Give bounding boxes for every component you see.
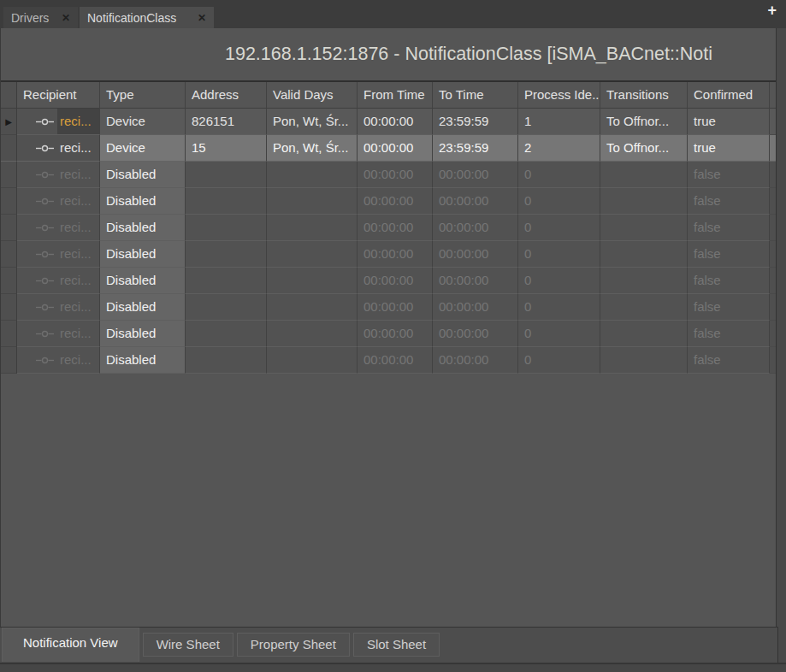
column-header-recipient[interactable]: Recipient bbox=[17, 82, 100, 109]
cell-type[interactable]: Device bbox=[100, 109, 186, 135]
table-row-disabled[interactable]: ▶ reci... Disabled 00:00:00 00:00:00 0 f… bbox=[1, 162, 776, 188]
cell-transitions[interactable]: To Offnor... bbox=[600, 109, 688, 135]
cell-type[interactable]: Disabled bbox=[100, 294, 186, 321]
cell-from-time[interactable]: 00:00:00 bbox=[358, 162, 433, 188]
cell-type[interactable]: Device bbox=[100, 135, 186, 162]
table-row-selected[interactable]: ▶ reci... Device 15 Pon, Wt, Śr... 00:00… bbox=[1, 135, 776, 162]
cell-transitions[interactable] bbox=[600, 294, 688, 321]
column-header-type[interactable]: Type bbox=[100, 82, 186, 109]
cell-valid-days[interactable] bbox=[267, 215, 358, 241]
cell-transitions[interactable] bbox=[600, 241, 688, 268]
cell-confirmed[interactable]: false bbox=[688, 294, 770, 321]
cell-transitions[interactable] bbox=[600, 347, 688, 374]
table-row-disabled[interactable]: ▶ reci... Disabled 00:00:00 00:00:00 0 f… bbox=[1, 188, 776, 215]
column-header-valid-days[interactable]: Valid Days bbox=[267, 82, 358, 109]
cell-type[interactable]: Disabled bbox=[100, 188, 186, 215]
table-row-disabled[interactable]: ▶ reci... Disabled 00:00:00 00:00:00 0 f… bbox=[1, 294, 776, 321]
row-header-cell[interactable]: ▶ bbox=[1, 294, 17, 321]
cell-transitions[interactable]: To Offnor... bbox=[600, 135, 688, 162]
cell-transitions[interactable] bbox=[600, 215, 688, 241]
row-header-cell[interactable]: ▶ bbox=[1, 135, 17, 162]
cell-recipient[interactable]: reci... bbox=[17, 162, 100, 188]
cell-recipient[interactable]: reci... bbox=[17, 135, 100, 162]
row-header-cell[interactable]: ▶ bbox=[1, 188, 17, 215]
add-tab-button[interactable]: + bbox=[767, 2, 777, 20]
cell-type[interactable]: Disabled bbox=[100, 321, 186, 347]
cell-recipient[interactable]: reci... bbox=[17, 188, 100, 215]
table-row-disabled[interactable]: ▶ reci... Disabled 00:00:00 00:00:00 0 f… bbox=[1, 268, 776, 294]
cell-recipient[interactable]: reci... bbox=[17, 268, 100, 294]
column-header-transitions[interactable]: Transitions bbox=[600, 82, 688, 109]
tab-property-sheet[interactable]: Property Sheet bbox=[237, 633, 350, 657]
column-header-from-time[interactable]: From Time bbox=[358, 82, 433, 109]
close-icon[interactable]: ✕ bbox=[198, 12, 206, 24]
table-row-disabled[interactable]: ▶ reci... Disabled 00:00:00 00:00:00 0 f… bbox=[1, 241, 776, 268]
tab-notification-view[interactable]: Notification View bbox=[2, 628, 139, 662]
cell-address[interactable] bbox=[186, 321, 267, 347]
cell-process-identifier[interactable]: 0 bbox=[518, 294, 600, 321]
cell-process-identifier[interactable]: 0 bbox=[518, 215, 600, 241]
row-header-cell[interactable]: ▶ bbox=[1, 321, 17, 347]
cell-recipient[interactable]: reci... bbox=[17, 241, 100, 268]
row-header-cell[interactable]: ▶ bbox=[1, 241, 17, 268]
cell-to-time[interactable]: 00:00:00 bbox=[433, 294, 518, 321]
cell-confirmed[interactable]: false bbox=[688, 241, 770, 268]
cell-confirmed[interactable]: false bbox=[688, 321, 770, 347]
cell-confirmed[interactable]: false bbox=[688, 188, 770, 215]
cell-to-time[interactable]: 00:00:00 bbox=[433, 268, 518, 294]
cell-from-time[interactable]: 00:00:00 bbox=[358, 241, 433, 268]
cell-process-identifier[interactable]: 0 bbox=[518, 321, 600, 347]
tab-slot-sheet[interactable]: Slot Sheet bbox=[353, 633, 440, 657]
cell-address[interactable]: 826151 bbox=[186, 109, 267, 135]
cell-to-time[interactable]: 00:00:00 bbox=[433, 215, 518, 241]
cell-process-identifier[interactable]: 0 bbox=[518, 162, 600, 188]
grid-corner-cell[interactable] bbox=[1, 82, 17, 109]
cell-recipient[interactable]: reci... bbox=[17, 215, 100, 241]
cell-valid-days[interactable] bbox=[267, 162, 358, 188]
cell-process-identifier[interactable]: 0 bbox=[518, 268, 600, 294]
cell-to-time[interactable]: 00:00:00 bbox=[433, 241, 518, 268]
cell-transitions[interactable] bbox=[600, 188, 688, 215]
cell-valid-days[interactable]: Pon, Wt, Śr... bbox=[267, 109, 358, 135]
tab-notificationclass[interactable]: NotificationClass ✕ bbox=[80, 7, 214, 28]
tab-drivers[interactable]: Drivers ✕ bbox=[3, 7, 78, 28]
cell-process-identifier[interactable]: 0 bbox=[518, 347, 600, 374]
cell-address[interactable] bbox=[186, 268, 267, 294]
table-row-disabled[interactable]: ▶ reci... Disabled 00:00:00 00:00:00 0 f… bbox=[1, 347, 776, 374]
cell-to-time[interactable]: 23:59:59 bbox=[433, 109, 518, 135]
cell-address[interactable] bbox=[186, 241, 267, 268]
cell-address[interactable]: 15 bbox=[186, 135, 267, 162]
cell-recipient[interactable]: reci... bbox=[17, 294, 100, 321]
cell-transitions[interactable] bbox=[600, 321, 688, 347]
cell-recipient[interactable]: reci... bbox=[17, 109, 100, 135]
cell-to-time[interactable]: 00:00:00 bbox=[433, 188, 518, 215]
cell-confirmed[interactable]: false bbox=[688, 347, 770, 374]
cell-type[interactable]: Disabled bbox=[100, 268, 186, 294]
column-header-address[interactable]: Address bbox=[186, 82, 267, 109]
cell-address[interactable] bbox=[186, 294, 267, 321]
table-row-current[interactable]: ▶ reci... Device 826151 Pon, Wt, Śr... 0… bbox=[1, 109, 776, 135]
row-header-cell[interactable]: ▶ bbox=[1, 215, 17, 241]
tab-wire-sheet[interactable]: Wire Sheet bbox=[143, 633, 233, 657]
cell-confirmed[interactable]: false bbox=[688, 215, 770, 241]
cell-transitions[interactable] bbox=[600, 268, 688, 294]
cell-type[interactable]: Disabled bbox=[100, 162, 186, 188]
cell-type[interactable]: Disabled bbox=[100, 215, 186, 241]
cell-valid-days[interactable]: Pon, Wt, Śr... bbox=[267, 135, 358, 162]
row-header-cell[interactable]: ▶ bbox=[1, 162, 17, 188]
cell-process-identifier[interactable]: 0 bbox=[518, 188, 600, 215]
cell-from-time[interactable]: 00:00:00 bbox=[358, 321, 433, 347]
cell-to-time[interactable]: 00:00:00 bbox=[433, 347, 518, 374]
cell-from-time[interactable]: 00:00:00 bbox=[358, 215, 433, 241]
column-header-confirmed[interactable]: Confirmed bbox=[688, 82, 770, 109]
cell-valid-days[interactable] bbox=[267, 321, 358, 347]
cell-confirmed[interactable]: false bbox=[688, 268, 770, 294]
column-header-to-time[interactable]: To Time bbox=[433, 82, 518, 109]
cell-from-time[interactable]: 00:00:00 bbox=[358, 347, 433, 374]
cell-valid-days[interactable] bbox=[267, 241, 358, 268]
cell-to-time[interactable]: 23:59:59 bbox=[433, 135, 518, 162]
cell-address[interactable] bbox=[186, 162, 267, 188]
cell-address[interactable] bbox=[186, 188, 267, 215]
row-header-cell[interactable]: ▶ bbox=[1, 347, 17, 374]
cell-address[interactable] bbox=[186, 347, 267, 374]
